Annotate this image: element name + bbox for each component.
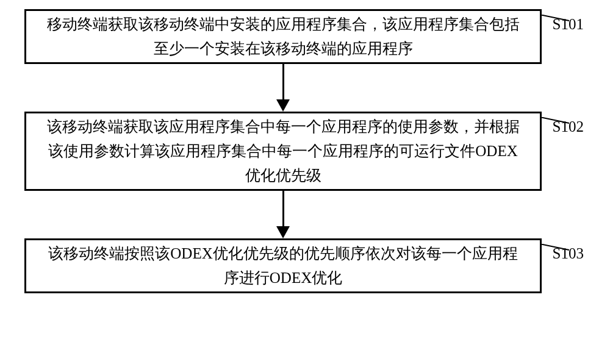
svg-line-2: [540, 244, 569, 250]
arrow-1-line: [282, 64, 284, 102]
step-3-text: 该移动终端按照该ODEX优化优先级的优先顺序依次对该每一个应用程序进行ODEX优…: [45, 241, 522, 290]
svg-line-1: [540, 117, 569, 123]
arrow-2-head: [276, 226, 290, 238]
step-3-connector: [540, 244, 578, 256]
arrow-2: [24, 191, 542, 238]
flowchart-step-1: 移动终端获取该移动终端中安装的应用程序集合，该应用程序集合包括至少一个安装在该移…: [24, 9, 542, 64]
step-1-connector: [540, 15, 578, 27]
arrow-1: [24, 64, 542, 112]
step-2-text: 该移动终端获取该应用程序集合中每一个应用程序的使用参数，并根据该使用参数计算该应…: [45, 115, 522, 188]
arrow-2-line: [282, 191, 284, 229]
svg-line-0: [540, 15, 569, 21]
flowchart-step-3: 该移动终端按照该ODEX优化优先级的优先顺序依次对该每一个应用程序进行ODEX优…: [24, 238, 542, 293]
flowchart-container: 移动终端获取该移动终端中安装的应用程序集合，该应用程序集合包括至少一个安装在该移…: [24, 9, 586, 293]
step-2-connector: [540, 117, 578, 129]
step-1-text: 移动终端获取该移动终端中安装的应用程序集合，该应用程序集合包括至少一个安装在该移…: [45, 12, 522, 61]
arrow-1-head: [276, 99, 290, 112]
flowchart-step-2: 该移动终端获取该应用程序集合中每一个应用程序的使用参数，并根据该使用参数计算该应…: [24, 112, 542, 191]
